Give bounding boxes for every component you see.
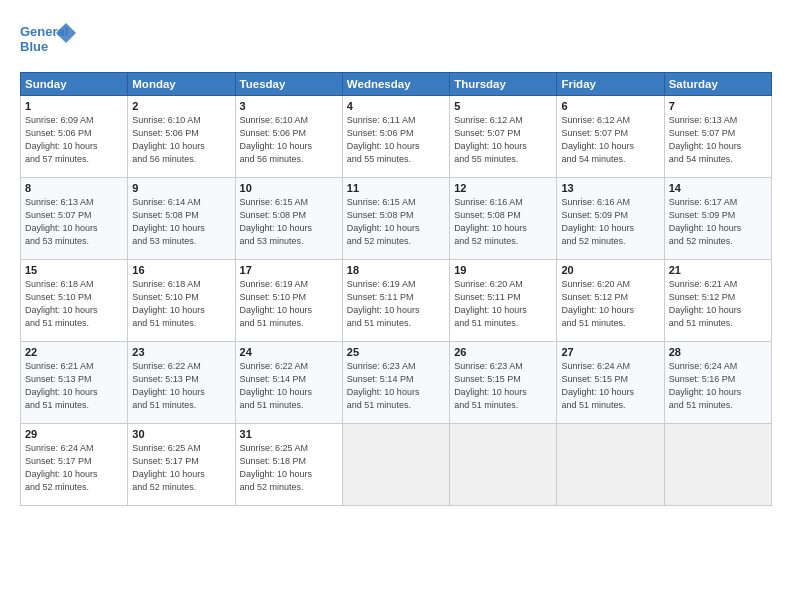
col-thursday: Thursday — [450, 73, 557, 96]
calendar-cell: 16 Sunrise: 6:18 AMSunset: 5:10 PMDaylig… — [128, 260, 235, 342]
calendar-cell: 30 Sunrise: 6:25 AMSunset: 5:17 PMDaylig… — [128, 424, 235, 506]
calendar-cell: 23 Sunrise: 6:22 AMSunset: 5:13 PMDaylig… — [128, 342, 235, 424]
day-number: 2 — [132, 100, 230, 112]
calendar-cell: 12 Sunrise: 6:16 AMSunset: 5:08 PMDaylig… — [450, 178, 557, 260]
calendar-week-1: 1 Sunrise: 6:09 AMSunset: 5:06 PMDayligh… — [21, 96, 772, 178]
day-number: 16 — [132, 264, 230, 276]
day-number: 12 — [454, 182, 552, 194]
col-wednesday: Wednesday — [342, 73, 449, 96]
logo: General Blue — [20, 18, 76, 62]
calendar-cell: 9 Sunrise: 6:14 AMSunset: 5:08 PMDayligh… — [128, 178, 235, 260]
day-info: Sunrise: 6:10 AMSunset: 5:06 PMDaylight:… — [240, 115, 313, 164]
day-info: Sunrise: 6:22 AMSunset: 5:13 PMDaylight:… — [132, 361, 205, 410]
day-info: Sunrise: 6:25 AMSunset: 5:18 PMDaylight:… — [240, 443, 313, 492]
day-number: 3 — [240, 100, 338, 112]
day-info: Sunrise: 6:18 AMSunset: 5:10 PMDaylight:… — [132, 279, 205, 328]
day-info: Sunrise: 6:21 AMSunset: 5:13 PMDaylight:… — [25, 361, 98, 410]
day-number: 21 — [669, 264, 767, 276]
calendar-cell: 28 Sunrise: 6:24 AMSunset: 5:16 PMDaylig… — [664, 342, 771, 424]
day-info: Sunrise: 6:10 AMSunset: 5:06 PMDaylight:… — [132, 115, 205, 164]
calendar-cell: 24 Sunrise: 6:22 AMSunset: 5:14 PMDaylig… — [235, 342, 342, 424]
day-number: 31 — [240, 428, 338, 440]
day-info: Sunrise: 6:09 AMSunset: 5:06 PMDaylight:… — [25, 115, 98, 164]
day-number: 22 — [25, 346, 123, 358]
calendar-cell: 10 Sunrise: 6:15 AMSunset: 5:08 PMDaylig… — [235, 178, 342, 260]
day-info: Sunrise: 6:23 AMSunset: 5:14 PMDaylight:… — [347, 361, 420, 410]
calendar-cell: 31 Sunrise: 6:25 AMSunset: 5:18 PMDaylig… — [235, 424, 342, 506]
day-number: 13 — [561, 182, 659, 194]
calendar-cell: 7 Sunrise: 6:13 AMSunset: 5:07 PMDayligh… — [664, 96, 771, 178]
calendar-cell: 13 Sunrise: 6:16 AMSunset: 5:09 PMDaylig… — [557, 178, 664, 260]
day-number: 17 — [240, 264, 338, 276]
calendar-cell: 25 Sunrise: 6:23 AMSunset: 5:14 PMDaylig… — [342, 342, 449, 424]
day-number: 26 — [454, 346, 552, 358]
day-info: Sunrise: 6:15 AMSunset: 5:08 PMDaylight:… — [240, 197, 313, 246]
day-info: Sunrise: 6:21 AMSunset: 5:12 PMDaylight:… — [669, 279, 742, 328]
col-saturday: Saturday — [664, 73, 771, 96]
calendar-week-2: 8 Sunrise: 6:13 AMSunset: 5:07 PMDayligh… — [21, 178, 772, 260]
day-info: Sunrise: 6:12 AMSunset: 5:07 PMDaylight:… — [454, 115, 527, 164]
calendar-cell: 18 Sunrise: 6:19 AMSunset: 5:11 PMDaylig… — [342, 260, 449, 342]
day-info: Sunrise: 6:23 AMSunset: 5:15 PMDaylight:… — [454, 361, 527, 410]
header: General Blue — [20, 18, 772, 62]
calendar-week-5: 29 Sunrise: 6:24 AMSunset: 5:17 PMDaylig… — [21, 424, 772, 506]
day-number: 8 — [25, 182, 123, 194]
calendar-cell: 27 Sunrise: 6:24 AMSunset: 5:15 PMDaylig… — [557, 342, 664, 424]
calendar-cell: 20 Sunrise: 6:20 AMSunset: 5:12 PMDaylig… — [557, 260, 664, 342]
calendar-cell: 11 Sunrise: 6:15 AMSunset: 5:08 PMDaylig… — [342, 178, 449, 260]
day-info: Sunrise: 6:16 AMSunset: 5:09 PMDaylight:… — [561, 197, 634, 246]
day-info: Sunrise: 6:13 AMSunset: 5:07 PMDaylight:… — [669, 115, 742, 164]
day-number: 15 — [25, 264, 123, 276]
calendar-week-3: 15 Sunrise: 6:18 AMSunset: 5:10 PMDaylig… — [21, 260, 772, 342]
day-number: 30 — [132, 428, 230, 440]
day-number: 23 — [132, 346, 230, 358]
day-info: Sunrise: 6:25 AMSunset: 5:17 PMDaylight:… — [132, 443, 205, 492]
calendar-cell: 26 Sunrise: 6:23 AMSunset: 5:15 PMDaylig… — [450, 342, 557, 424]
day-info: Sunrise: 6:20 AMSunset: 5:11 PMDaylight:… — [454, 279, 527, 328]
day-info: Sunrise: 6:24 AMSunset: 5:15 PMDaylight:… — [561, 361, 634, 410]
col-friday: Friday — [557, 73, 664, 96]
day-number: 11 — [347, 182, 445, 194]
calendar-cell: 8 Sunrise: 6:13 AMSunset: 5:07 PMDayligh… — [21, 178, 128, 260]
calendar-cell — [342, 424, 449, 506]
day-info: Sunrise: 6:15 AMSunset: 5:08 PMDaylight:… — [347, 197, 420, 246]
day-number: 7 — [669, 100, 767, 112]
calendar-cell — [557, 424, 664, 506]
calendar-cell: 19 Sunrise: 6:20 AMSunset: 5:11 PMDaylig… — [450, 260, 557, 342]
day-info: Sunrise: 6:17 AMSunset: 5:09 PMDaylight:… — [669, 197, 742, 246]
day-info: Sunrise: 6:19 AMSunset: 5:10 PMDaylight:… — [240, 279, 313, 328]
day-number: 28 — [669, 346, 767, 358]
day-info: Sunrise: 6:20 AMSunset: 5:12 PMDaylight:… — [561, 279, 634, 328]
day-info: Sunrise: 6:18 AMSunset: 5:10 PMDaylight:… — [25, 279, 98, 328]
calendar-cell — [664, 424, 771, 506]
day-number: 24 — [240, 346, 338, 358]
calendar-cell: 21 Sunrise: 6:21 AMSunset: 5:12 PMDaylig… — [664, 260, 771, 342]
calendar-cell: 2 Sunrise: 6:10 AMSunset: 5:06 PMDayligh… — [128, 96, 235, 178]
calendar-cell — [450, 424, 557, 506]
calendar-table: Sunday Monday Tuesday Wednesday Thursday… — [20, 72, 772, 506]
calendar-cell: 29 Sunrise: 6:24 AMSunset: 5:17 PMDaylig… — [21, 424, 128, 506]
day-number: 14 — [669, 182, 767, 194]
day-number: 10 — [240, 182, 338, 194]
day-number: 5 — [454, 100, 552, 112]
logo-icon: General Blue — [20, 18, 76, 62]
col-monday: Monday — [128, 73, 235, 96]
day-info: Sunrise: 6:22 AMSunset: 5:14 PMDaylight:… — [240, 361, 313, 410]
day-info: Sunrise: 6:14 AMSunset: 5:08 PMDaylight:… — [132, 197, 205, 246]
calendar-cell: 4 Sunrise: 6:11 AMSunset: 5:06 PMDayligh… — [342, 96, 449, 178]
day-info: Sunrise: 6:24 AMSunset: 5:17 PMDaylight:… — [25, 443, 98, 492]
day-number: 1 — [25, 100, 123, 112]
day-number: 25 — [347, 346, 445, 358]
day-info: Sunrise: 6:19 AMSunset: 5:11 PMDaylight:… — [347, 279, 420, 328]
calendar-cell: 22 Sunrise: 6:21 AMSunset: 5:13 PMDaylig… — [21, 342, 128, 424]
day-number: 4 — [347, 100, 445, 112]
calendar-cell: 6 Sunrise: 6:12 AMSunset: 5:07 PMDayligh… — [557, 96, 664, 178]
day-info: Sunrise: 6:12 AMSunset: 5:07 PMDaylight:… — [561, 115, 634, 164]
calendar-cell: 5 Sunrise: 6:12 AMSunset: 5:07 PMDayligh… — [450, 96, 557, 178]
day-number: 6 — [561, 100, 659, 112]
calendar-week-4: 22 Sunrise: 6:21 AMSunset: 5:13 PMDaylig… — [21, 342, 772, 424]
day-info: Sunrise: 6:11 AMSunset: 5:06 PMDaylight:… — [347, 115, 420, 164]
col-sunday: Sunday — [21, 73, 128, 96]
day-number: 29 — [25, 428, 123, 440]
day-info: Sunrise: 6:13 AMSunset: 5:07 PMDaylight:… — [25, 197, 98, 246]
